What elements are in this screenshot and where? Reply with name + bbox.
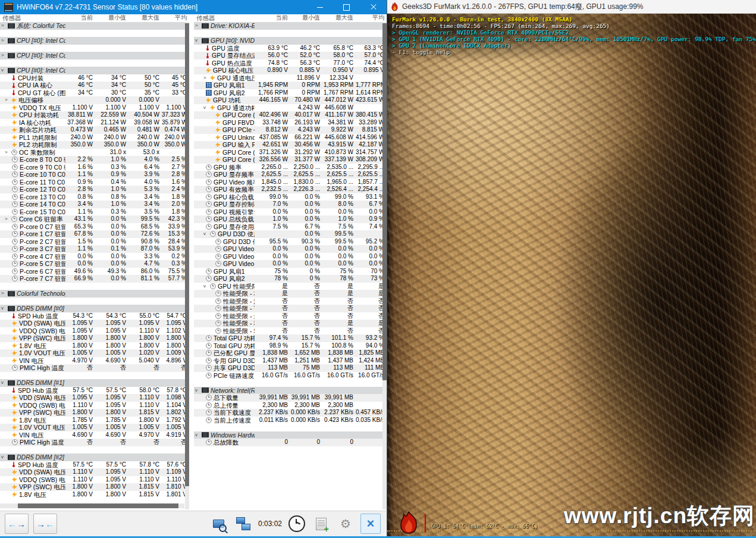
sensor-row[interactable]: >Core C6 驻留率43.1 %0.0 %99.5 %42.3 % (0, 215, 189, 223)
sensor-row[interactable]: VDD (SWA) 电压1.095 V1.095 V1.110 V1.098 V (0, 394, 189, 402)
sensor-row[interactable]: GPU 功耗446.165 W70.480 W447.012 W423.615 … (194, 96, 387, 104)
sensor-row[interactable]: GPU FBVDD 输入 ...33.748 W26.193 W34.381 W… (194, 119, 387, 127)
sensor-row[interactable]: PCIe 链路速度16.0 GT/s16.0 GT/s16.0 GT/s16.0… (194, 372, 387, 380)
sensor-row[interactable]: >电压偏移0.000 V0.000 V (0, 96, 189, 104)
sensor-row[interactable]: GPU 显存使用率7.5 %6.7 %7.5 %7.4 % (194, 223, 387, 231)
sensor-group-row[interactable]: vDDR5 DIMM [#2] (BA... (0, 453, 189, 461)
sensor-row[interactable]: GPU 温度63.9 °C46.2 °C65.8 °C63.3 °C (194, 45, 387, 52)
sensor-row[interactable]: 1.8V 电压1.800 V1.800 V1.800 V1.800 V (0, 342, 189, 350)
expanded-arrow-icon[interactable]: v (1, 453, 8, 461)
sensor-row[interactable]: E-core 14 T0 C0 ...3.4 %1.0 %3.4 %2.0 % (0, 201, 189, 208)
sensor-row[interactable]: Total GPU 功耗 [% of...98.9 %15.7 %100.8 %… (194, 342, 387, 350)
collapsed-arrow-icon[interactable]: > (1, 52, 8, 60)
expanded-arrow-icon[interactable]: v (203, 283, 210, 290)
network-monitors-button[interactable] (234, 514, 253, 533)
report-button[interactable]: + (312, 514, 331, 533)
column-header[interactable]: 平均 (356, 14, 387, 22)
sensor-row[interactable]: GPU D3D 使用率95.5 %90.3 %99.5 %95.2 % (194, 238, 387, 246)
sensor-row[interactable]: VDDQ (SWB) 电压1.110 V1.095 V1.110 V1.104 … (0, 402, 189, 409)
sensor-row[interactable]: 总下载量39,991 MB39,991 MB39,991 MB (194, 394, 387, 402)
sensor-group-row[interactable]: >系统: Colorful Technol... (0, 22, 189, 30)
sensor-row[interactable]: PL1 功耗限制240.0 W240.0 W240.0 W240.0 W (0, 134, 189, 142)
sensor-row[interactable]: 已分配 GPU 显存1,838 MB1,652 MB1,838 MB1,825 … (194, 349, 387, 357)
sensor-row[interactable]: SPD Hub 温度57.5 °C57.5 °C58.0 °C57.8 °C (0, 387, 189, 395)
sensor-row[interactable]: CPU封装46 °C34 °C50 °C45 °C (0, 74, 189, 82)
sensor-row[interactable]: GPU 风扇11,945 RPM0 RPM1,953 RPM1,777 RPM (194, 82, 387, 89)
sensor-row[interactable]: 1.8V 电压1.800 V1.800 V1.815 V1.801 V (0, 491, 189, 499)
expanded-arrow-icon[interactable]: v (1, 67, 8, 74)
clock-button[interactable] (287, 514, 306, 533)
sensor-row[interactable]: E-core 13 T0 C0 ...0.8 %0.8 %3.4 %1.8 % (0, 193, 189, 201)
sensor-row[interactable]: GPU 风扇21,766 RPM0 RPM1,767 RPM1,614 RPM (194, 89, 387, 97)
column-header[interactable]: 平均 (162, 14, 189, 22)
sensor-row[interactable]: GPU 热点温度74.8 °C56.3 °C77.0 °C74.4 °C (194, 60, 387, 67)
sensor-row[interactable]: GPU 核心负载99.0 %0.0 %99.0 %93.1 % (194, 193, 387, 201)
sensor-row[interactable]: VDDQ (SWB) 电压1.095 V1.095 V1.110 V1.102 … (0, 327, 189, 335)
sensor-row[interactable]: GPU Core (NVVDD...371.326 W31.292 W410.8… (194, 149, 387, 157)
sensor-row[interactable]: P-core 2 C7 驻留率1.5 %0.0 %90.8 %28.4 % (0, 238, 189, 246)
minimize-button[interactable] (306, 0, 333, 14)
sensor-row[interactable]: GPU 显存控制器负载7.0 %0.0 %8.0 %6.7 % (194, 201, 387, 208)
sensor-row[interactable]: 性能受限 - 最大工...否否否否 (194, 312, 387, 320)
sensor-row[interactable]: GPU 输入 PP Sour...42.651 W30.456 W43.915 … (194, 141, 387, 149)
sensor-row[interactable]: 性能受限 - 温度否否否否 (194, 298, 387, 305)
sensor-row[interactable]: 性能受限 - 利用率否否是是 (194, 320, 387, 327)
sensor-row[interactable]: E-core 9 T0 C0 驻...1.6 %0.3 %6.4 %2.7 % (0, 164, 189, 171)
expanded-arrow-icon[interactable]: v (195, 387, 202, 395)
column-header[interactable]: 最大值 (128, 14, 162, 22)
collapsed-arrow-icon[interactable]: > (1, 37, 8, 45)
expanded-arrow-icon[interactable]: v (195, 37, 202, 45)
sensor-row[interactable]: 当前上传速度0.011 KB/s0.000 KB/s0.423 KB/s0.03… (194, 417, 387, 424)
sensor-row[interactable]: GPU Core (NVVDD...326.556 W31.377 W337.1… (194, 156, 387, 164)
sensor-group-row[interactable]: >CPU [#0]: Intel Core i... (0, 37, 189, 45)
sensor-row[interactable]: P-core 3 C7 驻留率1.1 %0.1 %87.0 %53.9 % (0, 245, 189, 253)
sensor-group-row[interactable]: >Colorful Technology An... (0, 290, 189, 298)
sensor-group-row[interactable]: vDDR5 DIMM [#0] (BA... (0, 305, 189, 312)
sensor-group-row[interactable]: vDDR5 DIMM [#1] (BA... (0, 379, 189, 387)
sensor-row[interactable]: >GPU 通道电压11.896 V12.334 V (194, 74, 387, 82)
sensor-row[interactable]: E-core 11 T0 C0 ...0.9 %0.4 %4.0 %1.6 % (0, 179, 189, 186)
sensor-row[interactable]: 1.0V VOUT 电压1.005 V1.005 V1.005 V1.005 V (0, 424, 189, 431)
sensor-row[interactable]: GPU Video Decod...0.0 %0.0 %0.0 %0.0 % (194, 245, 387, 253)
sensor-group-row[interactable]: vWindows Hardware Err... (194, 431, 387, 439)
sensor-row[interactable]: VPP (SWC) 电压1.800 V1.800 V1.815 V1.810 V (0, 483, 189, 491)
sensor-row[interactable]: VDD (SWA) 电压1.110 V1.095 V1.110 V1.109 V (0, 468, 189, 476)
sensor-row[interactable]: VIN 电压4.690 V4.690 V4.970 V4.919 V (0, 431, 189, 439)
sensor-row[interactable]: CPU 封装功耗38.811 W22.559 W40.504 W37.323 W (0, 111, 189, 119)
column-header[interactable]: 传感器 (0, 14, 65, 22)
sensor-row[interactable]: P-core 7 C7 驻留率66.9 %0.0 %81.1 %57.7 % (0, 275, 189, 283)
sensor-row[interactable]: IA 核心功耗37.368 W21.124 W39.058 W35.879 W (0, 119, 189, 127)
sensor-row[interactable]: CPU GT 核心 (图形)34 °C30 °C35 °C33 °C (0, 89, 189, 97)
collapsed-arrow-icon[interactable]: > (5, 96, 11, 104)
sensor-row[interactable]: 性能受限 - 功耗是否是是 (194, 290, 387, 298)
column-header[interactable]: 当前 (65, 14, 95, 22)
sensor-row[interactable]: CPU IA 核心46 °C34 °C50 °C45 °C (0, 82, 189, 89)
sensor-row[interactable]: SPD Hub 温度57.5 °C57.5 °C57.8 °C57.6 °C (0, 461, 189, 469)
sensor-group-row[interactable]: vCPU [#0]: Intel Core i... (0, 67, 189, 74)
sensor-row[interactable]: GPU 风扇278 %0 %78 %73 % (194, 275, 387, 283)
sensor-row[interactable]: GPU 核心电压0.890 V0.885 V0.950 V0.895 V (194, 67, 387, 74)
sensor-row[interactable]: VPP (SWC) 电压1.800 V1.800 V1.815 V1.802 V (0, 409, 189, 417)
sensor-row[interactable]: GPU PCIe +12V ...8.812 W4.243 W9.922 W8.… (194, 126, 387, 134)
sensor-row[interactable]: VIN 电压4.970 V4.690 V5.040 V4.896 V (0, 357, 189, 365)
sensor-group-row[interactable]: >Drive: KIOXIA-E XCERI... (194, 22, 387, 30)
sensor-row[interactable]: PL2 功耗限制350.0 W350.0 W350.0 W350.0 W (0, 141, 189, 149)
sensor-row[interactable]: VDDQ (SWB) 电压1.110 V1.095 V1.110 V1.110 … (0, 476, 189, 484)
sensor-row[interactable]: P-core 1 C7 驻留率67.8 %0.0 %72.6 %15.3 % (0, 230, 189, 238)
sensor-row[interactable]: GPU Video Encod...0.0 %0.0 %0.0 %0.0 % (194, 253, 387, 261)
sensor-row[interactable]: 总故障数000 (194, 439, 387, 446)
scrollbar-thumb[interactable] (382, 23, 387, 380)
sensor-row[interactable]: GPU Unknown Rai...437.085 W66.221 W445.6… (194, 134, 387, 142)
column-header[interactable]: 传感器 (194, 14, 255, 22)
collapsed-arrow-icon[interactable]: > (203, 74, 210, 82)
sensor-row[interactable]: VPP (SWC) 电压1.800 V1.800 V1.800 V1.800 V (0, 334, 189, 342)
sensor-row[interactable]: GPU Core (NVVDD...402.496 W40.017 W411.1… (194, 111, 387, 119)
sensor-row[interactable]: GPU Video Encod...0.0 %0.0 %0.0 %0.0 % (194, 260, 387, 268)
sensor-row[interactable]: GPU 显存频率2,625.5 ...2,625.5 ...2,625.5 ..… (194, 171, 387, 179)
sensor-row[interactable]: vGPU D3D 使用率0.0 %99.5 % (194, 230, 387, 238)
expanded-arrow-icon[interactable]: v (195, 431, 202, 439)
scrollbar-thumb[interactable] (18, 503, 178, 508)
sensor-row[interactable]: SPD Hub 温度54.3 °C54.3 °C55.0 °C54.7 °C (0, 312, 189, 320)
sensor-row[interactable]: VDDQ TX 电压1.100 V1.100 V1.100 V1.100 V (0, 104, 189, 112)
sensor-row[interactable]: >OC 乘数限制31.0 x53.0 x (0, 149, 189, 157)
